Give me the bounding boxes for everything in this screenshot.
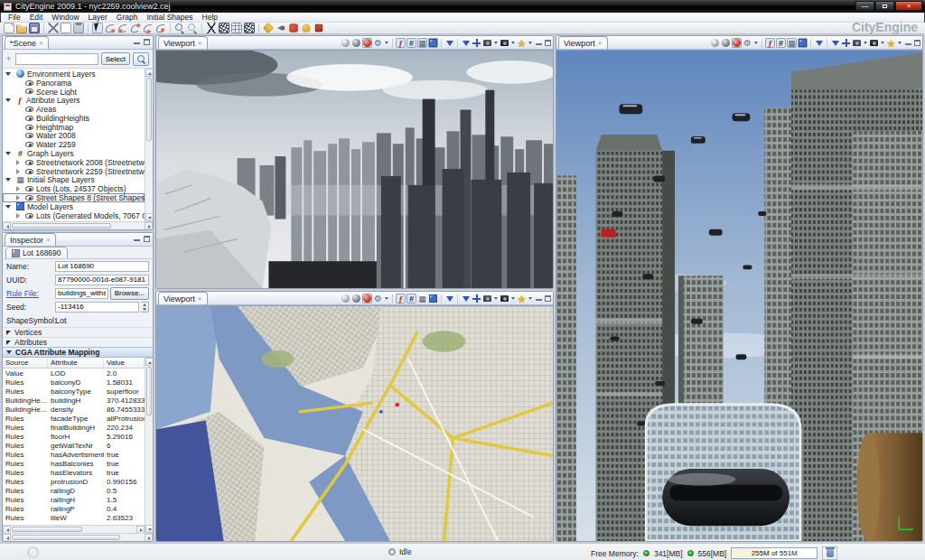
- expander-open-icon[interactable]: [5, 98, 11, 102]
- curve-tool-icon[interactable]: [117, 23, 128, 33]
- zoom-in-icon[interactable]: [174, 23, 185, 33]
- tree-item[interactable]: fAttribute Layers: [3, 96, 145, 105]
- camera-icon[interactable]: [852, 38, 862, 48]
- eye-icon[interactable]: [25, 142, 33, 147]
- tree-item[interactable]: Areas: [3, 105, 145, 114]
- forbid-edit-icon[interactable]: [219, 23, 229, 33]
- save-icon[interactable]: [29, 23, 40, 33]
- bookmark-star-icon[interactable]: ★: [886, 38, 896, 48]
- inspector-horizontal-scrollbar[interactable]: [3, 533, 153, 541]
- viewport-tab[interactable]: Viewport ×: [558, 36, 608, 49]
- close-button[interactable]: ×: [895, 1, 922, 11]
- copy-icon[interactable]: [61, 23, 71, 33]
- look-at-icon[interactable]: [830, 38, 840, 48]
- seed-field[interactable]: [55, 302, 139, 313]
- viewport-3-canvas[interactable]: [556, 50, 922, 541]
- tree-item[interactable]: Heightmap: [3, 123, 145, 132]
- show-graph-icon[interactable]: #: [406, 294, 416, 303]
- uuid-field[interactable]: [55, 275, 149, 285]
- expander-open-icon[interactable]: [5, 178, 11, 182]
- scene-search-input[interactable]: [15, 53, 98, 65]
- street-network-icon[interactable]: [206, 23, 217, 33]
- table-row[interactable]: RulesfloorH5.29016: [3, 432, 145, 441]
- camera-icon[interactable]: [482, 38, 492, 48]
- rotate-tool-icon[interactable]: [130, 23, 141, 33]
- column-value[interactable]: Value: [104, 359, 145, 367]
- table-row[interactable]: ValueLOD2.0: [3, 369, 145, 378]
- show-rules-icon[interactable]: f: [396, 38, 406, 48]
- viewport-tab-close-icon[interactable]: ×: [198, 40, 202, 47]
- inspector-tab-close-icon[interactable]: ×: [46, 237, 51, 244]
- shading-dark-icon[interactable]: [351, 294, 361, 303]
- menu-initial-shapes[interactable]: Initial Shapes: [142, 13, 197, 22]
- shading-dark-icon[interactable]: [721, 38, 731, 48]
- column-source[interactable]: Source: [3, 359, 48, 367]
- show-models-icon[interactable]: [798, 38, 808, 48]
- gear-icon[interactable]: ⚙: [743, 38, 752, 48]
- menu-edit[interactable]: Edit: [25, 13, 48, 22]
- minimize-button[interactable]: —: [855, 1, 874, 11]
- dropdown-caret-icon[interactable]: [385, 297, 388, 300]
- expander-open-icon[interactable]: [5, 152, 11, 155]
- scene-vertical-scrollbar[interactable]: [145, 69, 153, 221]
- shading-light-icon[interactable]: [341, 294, 350, 303]
- table-row[interactable]: RulesbalconyD1.58031: [3, 378, 145, 387]
- name-field[interactable]: [55, 261, 149, 272]
- eye-icon[interactable]: [25, 80, 33, 86]
- dropdown-caret-icon[interactable]: [494, 297, 498, 300]
- menu-window[interactable]: Window: [47, 13, 83, 22]
- expander-closed-icon[interactable]: [16, 186, 20, 191]
- viewport-tab-close-icon[interactable]: ×: [198, 295, 202, 303]
- filter-plus-icon[interactable]: [6, 54, 13, 63]
- expander-closed-icon[interactable]: [16, 195, 20, 201]
- shading-dark-icon[interactable]: [351, 38, 361, 48]
- bookmark-star-icon[interactable]: ★: [517, 294, 527, 303]
- panel-minimize-icon[interactable]: [134, 236, 140, 242]
- eye-icon[interactable]: [25, 125, 33, 130]
- shading-textured-icon[interactable]: [732, 38, 742, 48]
- tree-item[interactable]: Panorama: [3, 79, 145, 88]
- eye-icon[interactable]: [25, 169, 33, 174]
- tree-item[interactable]: Model Layers: [3, 202, 145, 211]
- table-row[interactable]: RulesrailingH1.5: [3, 495, 145, 504]
- menu-help[interactable]: Help: [198, 13, 222, 22]
- dropdown-caret-icon[interactable]: [528, 42, 532, 44]
- menu-graph[interactable]: Graph: [112, 13, 143, 22]
- table-row[interactable]: RuleshasElevatorstrue: [3, 468, 145, 477]
- grid-shapes-dark-icon[interactable]: [244, 23, 255, 33]
- shading-textured-icon[interactable]: [362, 38, 372, 48]
- dropdown-caret-icon[interactable]: [511, 42, 515, 44]
- show-shapes-icon[interactable]: ▦: [787, 38, 797, 48]
- eye-icon[interactable]: [25, 107, 33, 112]
- tree-item[interactable]: ▦Initial Shape Layers: [3, 176, 145, 185]
- viewport-2-canvas[interactable]: [156, 305, 553, 541]
- table-row[interactable]: RuleshasBalconiestrue: [3, 459, 145, 468]
- pan-navigate-icon[interactable]: [472, 38, 481, 48]
- notify-icon[interactable]: [276, 23, 286, 33]
- tree-item-selected[interactable]: Street Shapes 8 (Street Shapes, 668 Obje: [3, 193, 145, 202]
- lot-object-tab[interactable]: Lot 168690: [5, 247, 68, 258]
- maximize-button[interactable]: [875, 1, 894, 11]
- pan-navigate-icon[interactable]: [841, 38, 851, 48]
- table-row[interactable]: RulesfinalBuildingH220.234: [3, 423, 145, 432]
- shading-light-icon[interactable]: [710, 38, 720, 48]
- heap-status[interactable]: 255M of 551M: [731, 547, 818, 559]
- garbage-collect-button[interactable]: [822, 546, 837, 560]
- viewport-tab-close-icon[interactable]: ×: [598, 40, 603, 47]
- vertices-section-header[interactable]: Vertices: [3, 327, 153, 337]
- expander-open-icon[interactable]: [5, 205, 11, 209]
- paste-icon[interactable]: [73, 23, 84, 33]
- shading-light-icon[interactable]: [341, 38, 350, 48]
- tree-item[interactable]: Environment Layers: [3, 70, 145, 79]
- viewport-1-canvas[interactable]: [156, 50, 553, 288]
- arc-tool-icon[interactable]: [143, 23, 154, 33]
- table-row[interactable]: RuleshasAdvertismentstrue: [3, 450, 145, 459]
- edit-node-tool-icon[interactable]: [105, 23, 116, 33]
- cga-attribute-mapping-header[interactable]: CGA Attribute Mapping: [3, 347, 153, 358]
- bookmark-star-icon[interactable]: ★: [517, 38, 527, 48]
- menu-file[interactable]: File: [4, 13, 25, 22]
- dropdown-caret-icon[interactable]: [898, 42, 902, 44]
- cut-icon[interactable]: [48, 23, 59, 33]
- show-graph-icon[interactable]: #: [776, 38, 786, 48]
- dropdown-caret-icon[interactable]: [864, 42, 867, 44]
